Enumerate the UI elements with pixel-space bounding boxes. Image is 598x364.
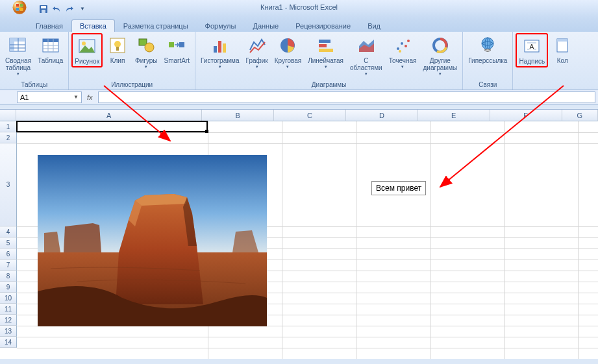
window-title: Книга1 - Microsoft Excel	[260, 3, 338, 11]
tab-data[interactable]: Данные	[244, 19, 287, 32]
select-all-corner[interactable]	[0, 110, 16, 121]
svg-rect-50	[557, 39, 567, 42]
pie-chart-icon	[277, 35, 298, 56]
clip-button[interactable]: Клип	[104, 33, 131, 66]
row-header[interactable]: 7	[0, 260, 17, 271]
picture-icon	[77, 36, 97, 56]
name-box-dropdown-icon[interactable]: ▼	[73, 94, 79, 100]
row-header[interactable]: 10	[0, 293, 17, 304]
hyperlink-button[interactable]: Гиперссылка	[466, 33, 510, 66]
group-text: A Надпись Кол	[513, 32, 578, 90]
spacer	[0, 104, 598, 110]
svg-rect-27	[169, 42, 174, 47]
cells-area[interactable]: Всем привет	[17, 121, 598, 359]
table-button[interactable]: Таблица	[35, 33, 66, 66]
col-header-g[interactable]: G	[562, 110, 598, 121]
row-header[interactable]: 5	[0, 237, 17, 249]
fx-icon[interactable]: fx	[87, 93, 93, 101]
row-header[interactable]: 2	[0, 132, 17, 143]
bar-chart-button[interactable]: Линейчатая▾	[305, 33, 346, 71]
svg-point-21	[82, 42, 86, 45]
col-header-b[interactable]: B	[202, 110, 274, 121]
save-icon[interactable]	[38, 4, 49, 14]
table-icon	[40, 35, 61, 56]
svg-text:A: A	[530, 43, 535, 51]
col-header-a[interactable]: A	[16, 110, 202, 121]
svg-rect-33	[319, 40, 330, 43]
row-header[interactable]: 6	[0, 249, 17, 260]
textbox-button[interactable]: A Надпись	[516, 33, 548, 67]
row-header[interactable]: 12	[0, 315, 17, 326]
svg-point-0	[13, 1, 27, 14]
svg-point-39	[407, 40, 410, 42]
picture-button[interactable]: Рисунок	[71, 33, 103, 67]
column-chart-button[interactable]: Гистограмма▾	[198, 33, 242, 71]
row-header[interactable]: 11	[0, 304, 17, 315]
pie-chart-button[interactable]: Круговая▾	[272, 33, 304, 71]
ribbon-tabs: Главная Вставка Разметка страницы Формул…	[0, 18, 598, 32]
svg-point-37	[401, 42, 403, 45]
col-header-f[interactable]: F	[490, 110, 562, 121]
header-footer-icon	[552, 35, 573, 56]
row-header[interactable]: 14	[0, 337, 17, 348]
title-bar: ▼ Книга1 - Microsoft Excel	[0, 0, 598, 18]
tab-view[interactable]: Вид	[359, 19, 389, 32]
name-box-input[interactable]	[20, 93, 66, 101]
row-header[interactable]: 3	[0, 143, 17, 226]
smartart-button[interactable]: SmartArt	[162, 33, 192, 66]
col-header-d[interactable]: D	[346, 110, 418, 121]
svg-rect-24	[116, 47, 119, 51]
shapes-icon	[136, 35, 156, 56]
office-button[interactable]	[8, 0, 32, 18]
col-header-e[interactable]: E	[418, 110, 490, 121]
col-header-c[interactable]: C	[274, 110, 346, 121]
worksheet-grid: A B C D E F G 1 2 3 4 5 6 7 8 9 10 11 12…	[0, 110, 598, 359]
svg-rect-6	[41, 6, 46, 8]
shapes-button[interactable]: Фигуры▾	[132, 33, 160, 71]
tab-page-layout[interactable]: Разметка страницы	[115, 19, 197, 32]
other-charts-icon	[430, 35, 451, 56]
scatter-chart-button[interactable]: Точечная▾	[386, 33, 419, 71]
embedded-image[interactable]	[38, 155, 267, 326]
area-chart-button[interactable]: С областями▾	[347, 33, 385, 79]
svg-point-38	[405, 45, 407, 47]
line-chart-button[interactable]: График▾	[243, 33, 271, 71]
selected-cell[interactable]	[16, 121, 208, 132]
row-header[interactable]: 8	[0, 271, 17, 282]
svg-point-36	[397, 47, 399, 50]
svg-rect-15	[43, 39, 58, 42]
textbox-icon: A	[521, 36, 542, 56]
header-footer-button[interactable]: Кол	[549, 33, 575, 66]
svg-rect-3	[16, 8, 19, 11]
row-header[interactable]: 1	[0, 121, 17, 132]
area-chart-icon	[356, 35, 377, 56]
group-charts: Гистограмма▾ График▾ Круговая▾ Линейчата…	[195, 32, 463, 90]
svg-point-23	[114, 41, 121, 47]
row-header[interactable]: 13	[0, 326, 17, 337]
redo-icon[interactable]	[64, 4, 75, 14]
formula-input[interactable]	[98, 91, 595, 103]
quick-access-toolbar: ▼	[38, 4, 88, 14]
row-header[interactable]: 4	[0, 226, 17, 237]
tab-insert[interactable]: Вставка	[71, 19, 115, 32]
svg-rect-7	[42, 10, 45, 13]
column-headers: A B C D E F G	[0, 110, 598, 121]
tab-review[interactable]: Рецензирование	[287, 19, 359, 32]
qat-dropdown-icon[interactable]: ▼	[77, 4, 88, 14]
name-box[interactable]: ▼	[17, 91, 82, 103]
undo-icon[interactable]	[51, 4, 62, 14]
pivot-table-button[interactable]: Сводная таблица▾	[3, 33, 34, 79]
formula-bar: ▼ fx	[0, 90, 598, 104]
row-header[interactable]: 9	[0, 282, 17, 293]
svg-rect-1	[16, 4, 19, 7]
tab-home[interactable]: Главная	[27, 19, 71, 32]
svg-rect-31	[223, 43, 226, 53]
svg-point-26	[145, 43, 154, 52]
scatter-chart-icon	[392, 35, 413, 56]
tab-formulas[interactable]: Формулы	[197, 19, 245, 32]
group-illustrations: Рисунок Клип Фигуры▾ SmartArt Иллюстраци…	[69, 32, 195, 90]
textbox-content[interactable]: Всем привет	[371, 181, 426, 195]
other-charts-button[interactable]: Другие диаграммы▾	[421, 33, 460, 79]
svg-rect-28	[179, 42, 184, 47]
pivot-table-icon	[8, 35, 29, 56]
